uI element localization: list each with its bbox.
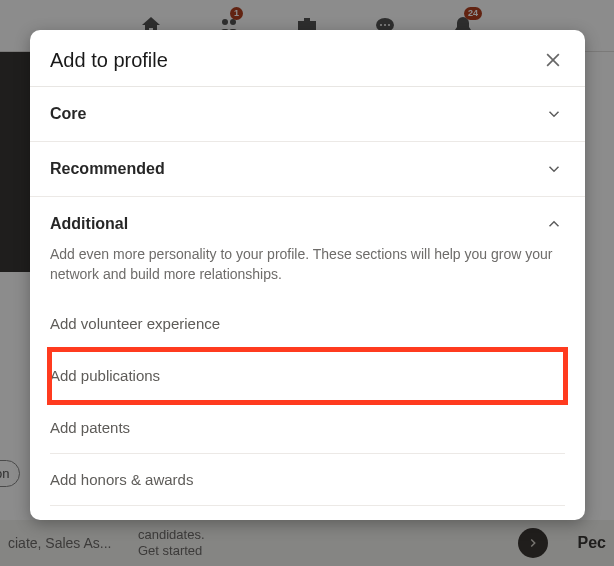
add-honors-awards[interactable]: Add honors & awards: [50, 454, 565, 506]
chevron-up-icon: [543, 213, 565, 235]
close-icon: [543, 50, 563, 70]
section-core[interactable]: Core: [30, 87, 585, 142]
add-publications[interactable]: Add publications: [50, 350, 565, 402]
chevron-down-icon: [543, 158, 565, 180]
add-volunteer-experience[interactable]: Add volunteer experience: [50, 298, 565, 350]
modal-title: Add to profile: [50, 49, 168, 72]
section-title: Recommended: [50, 160, 165, 178]
add-to-profile-modal: Add to profile Core Recommended Addition…: [30, 30, 585, 520]
chevron-down-icon: [543, 103, 565, 125]
close-button[interactable]: [541, 48, 565, 72]
modal-scroll-area[interactable]: Core Recommended Additional Add even mor…: [30, 87, 585, 520]
section-title: Core: [50, 105, 86, 123]
section-title: Additional: [50, 215, 128, 233]
section-recommended[interactable]: Recommended: [30, 142, 585, 197]
section-additional[interactable]: Additional: [30, 197, 585, 245]
add-test-scores[interactable]: Add test scores: [50, 506, 565, 520]
modal-header: Add to profile: [30, 30, 585, 87]
additional-items-list: Add volunteer experience Add publication…: [30, 298, 585, 520]
add-patents[interactable]: Add patents: [50, 402, 565, 454]
section-description: Add even more personality to your profil…: [30, 245, 585, 294]
